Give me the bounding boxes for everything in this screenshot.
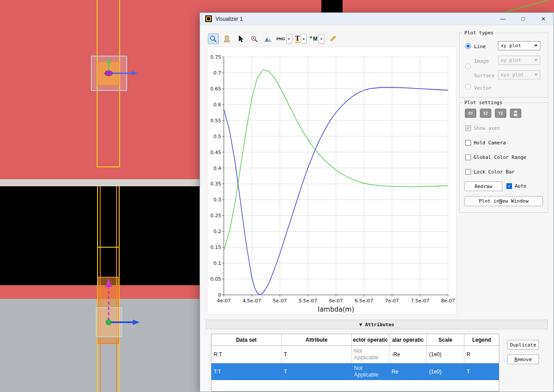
svg-text:0.2: 0.2 (214, 229, 222, 234)
svg-text:0.25: 0.25 (211, 213, 222, 219)
svg-text:0.3: 0.3 (214, 197, 222, 203)
table-cell-legend-selected[interactable]: T (464, 363, 499, 380)
text-annotation-icon[interactable]: T (295, 35, 300, 43)
svg-text:0.5: 0.5 (214, 134, 222, 139)
edit-pencil-icon (329, 35, 337, 43)
origin-handle-icon[interactable] (105, 71, 113, 76)
zoom-extent-button[interactable] (249, 34, 260, 44)
pan-button[interactable] (222, 34, 232, 44)
lock-color-bar-checkbox[interactable]: Lock Color Bar (465, 169, 515, 175)
png-export-icon[interactable]: PNG (276, 37, 285, 41)
image-plot-dropdown[interactable]: xy plot (498, 56, 540, 65)
column-header-attribute[interactable]: Attribute (282, 334, 352, 346)
svg-text:0.4: 0.4 (214, 166, 222, 171)
table-cell-scalar-operation-selected[interactable]: Re (389, 363, 427, 380)
column-header-scale[interactable]: Scale (427, 334, 464, 346)
checkbox-box (465, 140, 471, 146)
table-cell-legend[interactable]: R (464, 346, 499, 363)
save-view-button[interactable] (510, 109, 521, 118)
radio-surface[interactable] (465, 84, 471, 90)
plot-toolbar: PNG ▾ T ▾ M ▾ (208, 33, 338, 45)
line-plot-dropdown-value: xy plot (501, 43, 521, 49)
png-dropdown-button[interactable]: ▾ (286, 34, 292, 44)
global-color-range-checkbox[interactable]: Global Color Range (465, 155, 526, 160)
view-yz-button[interactable]: YZ (495, 109, 506, 118)
table-cell-dataset-selected[interactable]: T:T (211, 363, 282, 380)
table-cell-vector-operation-selected[interactable]: Not Applicable (352, 363, 389, 380)
matrix-icon[interactable]: M (313, 36, 317, 42)
hold-camera-checkbox[interactable]: Hold Camera (465, 140, 506, 146)
view-xz-button[interactable]: XZ (480, 109, 491, 118)
matrix-dropdown-button[interactable]: ▾ (318, 34, 324, 44)
chevron-down-icon (534, 74, 538, 76)
svg-text:8e-07: 8e-07 (441, 298, 455, 304)
show-axes-checkbox[interactable]: ✓ Show axes (465, 125, 500, 131)
checkbox-check-icon: ✓ (506, 183, 512, 189)
attributes-table: Data set Attribute ector operatic alar o… (211, 334, 499, 392)
table-cell-attribute[interactable]: T (282, 346, 352, 363)
svg-text:7.5e-07: 7.5e-07 (411, 298, 429, 304)
radio-line[interactable] (465, 43, 471, 49)
table-cell-scale[interactable]: (1e0) (427, 346, 464, 363)
svg-text:6.5e-07: 6.5e-07 (354, 298, 373, 304)
column-header-data-set[interactable]: Data set (211, 334, 282, 346)
view-splitter[interactable] (0, 179, 200, 186)
view-xy-button[interactable]: XY (465, 109, 476, 118)
redraw-button[interactable]: Redraw (464, 181, 502, 191)
button-text: Plot in (479, 198, 499, 204)
column-header-scalar-operation[interactable]: alar operatic (389, 334, 427, 346)
svg-text:7e-07: 7e-07 (385, 298, 399, 304)
column-header-vector-operation[interactable]: ector operatic (352, 334, 389, 346)
minimize-button[interactable]: — (493, 13, 513, 25)
titlebar[interactable]: Visualizer 1 — □ × (200, 13, 554, 25)
maximize-button[interactable]: □ (513, 13, 533, 25)
svg-text:0.1: 0.1 (214, 260, 222, 266)
svg-text:0.15: 0.15 (211, 245, 222, 250)
plot-area[interactable]: 4e-074.5e-075e-075.5e-076e-076.5e-077e-0… (207, 47, 456, 315)
radio-image[interactable] (465, 64, 471, 69)
table-cell-dataset[interactable]: R:T (211, 346, 282, 363)
zoom-select-button[interactable] (208, 34, 219, 44)
table-cell-scalar-operation[interactable]: -Re (389, 346, 427, 363)
visualizer-app-icon (205, 15, 212, 22)
edit-pencil-button[interactable] (328, 34, 338, 44)
surface-plot-dropdown[interactable]: xyz plot (498, 70, 540, 79)
svg-text:0.75: 0.75 (211, 54, 222, 60)
svg-text:0.65: 0.65 (211, 86, 222, 92)
attributes-bar-label: ▼ Attributes (359, 322, 394, 328)
svg-text:0.45: 0.45 (211, 150, 222, 155)
checkbox-box (465, 169, 471, 175)
table-cell-vector-operation[interactable]: Not Applicable (352, 346, 389, 363)
close-button[interactable]: × (533, 13, 554, 25)
origin-dot-icon[interactable] (106, 320, 111, 325)
radio-image-label: Image (474, 58, 489, 64)
auto-label: Auto (515, 183, 527, 189)
svg-text:0.55: 0.55 (211, 118, 222, 124)
save-view-icon (513, 110, 519, 117)
plot-in-new-window-button[interactable]: Plot in New Window (464, 196, 543, 206)
svg-text:4e-07: 4e-07 (217, 298, 231, 304)
auto-checkbox[interactable]: ✓ Auto (506, 183, 527, 189)
table-cell-attribute-selected[interactable]: T (282, 363, 352, 380)
duplicate-button[interactable]: Duplicate (507, 340, 539, 350)
plot-canvas[interactable]: 4e-074.5e-075e-075.5e-076e-076.5e-077e-0… (207, 47, 456, 314)
table-cell-scale-selected[interactable]: (1e0) (427, 363, 464, 380)
button-text: ew Window (502, 198, 529, 204)
window-title: Visualizer 1 (215, 16, 243, 22)
svg-text:4.5e-07: 4.5e-07 (242, 298, 261, 304)
pointer-button[interactable] (235, 34, 246, 44)
global-color-range-label: Global Color Range (474, 155, 526, 160)
attributes-collapse-bar[interactable]: ▼ Attributes (206, 320, 548, 329)
cad-top-strip[interactable] (200, 0, 554, 12)
svg-text:lambda(m): lambda(m) (318, 305, 354, 313)
remove-button[interactable]: Remove (507, 354, 539, 364)
image-export-button[interactable] (263, 34, 273, 44)
line-plot-dropdown[interactable]: xy plot (498, 41, 540, 50)
image-plot-dropdown-value: xy plot (501, 57, 521, 63)
column-header-legend[interactable]: Legend (464, 334, 499, 346)
text-dropdown-button[interactable]: ▾ (301, 34, 307, 44)
chevron-down-icon (534, 45, 538, 47)
button-mnemonic: R (514, 357, 517, 362)
hold-camera-label: Hold Camera (474, 140, 506, 146)
plot-settings-title: Plot settings (463, 100, 504, 106)
